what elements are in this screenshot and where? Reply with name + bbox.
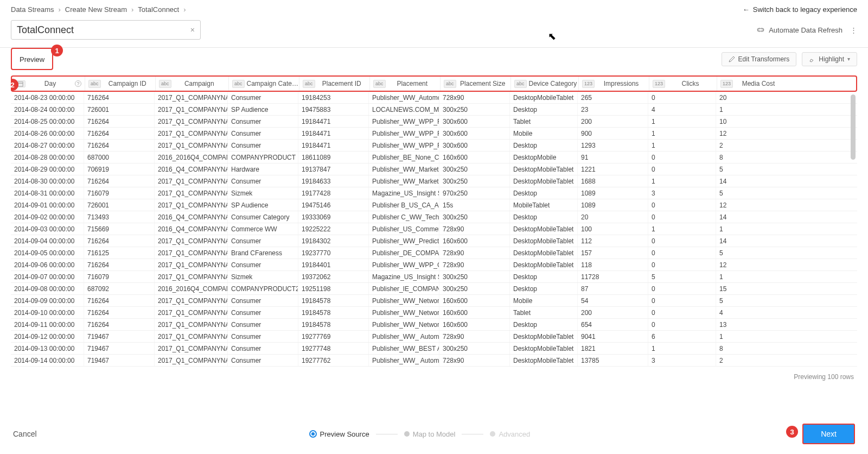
column-header[interactable]: abcCampaign Cate… [229,77,299,91]
table-cell: 2014-08-31 00:00:00 [11,187,84,199]
column-header[interactable]: Day? [12,77,85,91]
table-cell: 300x600 [439,116,510,127]
table-cell: 19277769 [298,331,369,342]
step-advanced[interactable]: Advanced [490,430,530,438]
table-row[interactable]: 2014-08-26 00:00:007162642017_Q1_COMPANY… [11,128,857,140]
table-row[interactable]: 2014-08-28 00:00:006870002016_2016Q4_COM… [11,152,857,163]
table-cell: 0 [648,295,716,306]
table-cell: Commerce WW [228,223,298,235]
automate-refresh-button[interactable]: Automate Data Refresh [756,26,843,34]
table-cell: 2014-09-03 00:00:00 [11,223,84,235]
table-row[interactable]: 2014-09-11 00:00:007162642017_Q1_COMPANY… [11,319,857,331]
column-header[interactable]: abcCampaign ID [85,77,156,91]
table-cell: 716264 [84,128,155,139]
table-row[interactable]: 2014-09-01 00:00:007260012017_Q1_COMPANY… [11,199,857,211]
table-cell: Desktop [510,187,578,199]
clear-icon[interactable]: × [190,26,195,34]
table-cell: 728x90 [439,247,510,258]
breadcrumb-item[interactable]: Create New Stream [65,5,127,14]
table-row[interactable]: 2014-08-30 00:00:007162642017_Q1_COMPANY… [11,175,857,187]
table-cell: Consumer [228,92,298,103]
table-row[interactable]: 2014-09-12 00:00:007194672017_Q1_COMPANY… [11,331,857,343]
table-cell: 157 [578,247,648,258]
table-cell: 12 [716,259,784,270]
table-row[interactable]: 2014-09-13 00:00:007194672017_Q1_COMPANY… [11,343,857,355]
table-row[interactable]: 2014-09-08 00:00:006870922016_2016Q4_COM… [11,283,857,295]
stream-name-input[interactable]: TotalConnect × [11,20,201,40]
table-cell: 1 [648,128,716,139]
table-cell: 160x600 [439,152,510,163]
switch-legacy-link[interactable]: ← Switch back to legacy experience [743,5,857,14]
column-header[interactable]: 123Clicks [649,77,717,91]
column-header[interactable]: abcPlacement Size [441,77,511,91]
table-cell: 1 [648,343,716,354]
table-cell: 300x250 [439,163,510,175]
table-cell: 1 [648,140,716,151]
next-button[interactable]: Next [802,424,855,444]
table-row[interactable]: 2014-08-29 00:00:007069192016_Q4_COMPANY… [11,163,857,175]
table-cell: 4 [648,104,716,115]
table-row[interactable]: 2014-09-09 00:00:007162642017_Q1_COMPANY… [11,295,857,307]
table-cell: 2017_Q1_COMPANYNA [155,92,228,103]
column-header[interactable]: 123Media Cost [717,77,785,91]
table-row[interactable]: 2014-09-14 00:00:007194672017_Q1_COMPANY… [11,355,857,367]
cancel-button[interactable]: Cancel [13,430,37,438]
edit-transformers-button[interactable]: Edit Transformers [722,52,797,66]
table-row[interactable]: 2014-09-10 00:00:007162642017_Q1_COMPANY… [11,307,857,319]
table-row[interactable]: 2014-09-04 00:00:007162642017_Q1_COMPANY… [11,235,857,247]
table-cell: 8 [716,152,784,163]
column-header[interactable]: abcPlacement ID [299,77,370,91]
column-header[interactable]: 123Impressions [579,77,649,91]
table-cell: 2017_Q1_COMPANYNA [155,259,228,270]
table-cell: 5 [648,271,716,282]
table-cell: 2014-09-01 00:00:00 [11,199,84,211]
table-row[interactable]: 2014-08-31 00:00:007160792017_Q1_COMPANY… [11,187,857,199]
scrollbar-thumb[interactable] [851,94,856,160]
breadcrumb-item[interactable]: TotalConnect [138,5,179,14]
step-preview-source[interactable]: Preview Source [309,430,369,438]
number-type-icon: 123 [582,80,595,88]
table-cell: 10 [716,116,784,127]
highlight-button[interactable]: Highlight ▾ [802,52,857,66]
table-cell: 1688 [578,175,648,187]
table-cell: 0 [648,319,716,330]
annotation-3: 3 [786,426,798,438]
table-row[interactable]: 2014-09-06 00:00:007162642017_Q1_COMPANY… [11,259,857,271]
table-row[interactable]: 2014-08-24 00:00:007260012017_Q1_COMPANY… [11,104,857,116]
breadcrumb-item[interactable]: Data Streams [11,5,54,14]
table-row[interactable]: 2014-09-02 00:00:007134932016_Q4_COMPANY… [11,211,857,223]
table-row[interactable]: 2014-09-07 00:00:007160792017_Q1_COMPANY… [11,271,857,283]
help-icon[interactable]: ? [75,80,81,87]
column-header[interactable]: abcCampaign [156,77,229,91]
table-cell: 19475146 [298,199,369,211]
table-row[interactable]: 2014-08-27 00:00:007162642017_Q1_COMPANY… [11,140,857,152]
table-cell: 2014-09-06 00:00:00 [11,259,84,270]
column-header[interactable]: abcDevice Category [511,77,579,91]
table-cell: 2017_Q1_COMPANYNA [155,295,228,306]
table-row[interactable]: 2014-08-25 00:00:007162642017_Q1_COMPANY… [11,116,857,128]
table-cell: 1 [716,271,784,282]
table-cell: 0 [648,152,716,163]
table-cell: Hardware [228,163,298,175]
step-label: Advanced [499,430,530,438]
table-cell: 2014-08-23 00:00:00 [11,92,84,103]
table-cell: 5 [716,295,784,306]
table-cell: 2 [716,140,784,151]
table-cell: 3 [648,355,716,366]
table-row[interactable]: 2014-09-03 00:00:007156692016_Q4_COMPANY… [11,223,857,235]
table-cell: 728x90 [439,331,510,342]
table-row[interactable]: 2014-09-05 00:00:007161252017_Q1_COMPANY… [11,247,857,259]
table-cell: 716079 [84,271,155,282]
step-map-to-model[interactable]: Map to Model [404,430,456,438]
table-cell: 1 [648,223,716,235]
table-cell: 1 [716,331,784,342]
column-label: Placement Size [458,80,507,87]
table-cell: 719467 [84,343,155,354]
column-header[interactable]: abcPlacement [370,77,441,91]
tab-preview[interactable]: Preview [11,48,53,70]
table-cell: 0 [648,307,716,318]
table-cell: 713493 [84,211,155,223]
table-row[interactable]: 2014-08-23 00:00:007162642017_Q1_COMPANY… [11,92,857,104]
table-cell: Consumer [228,319,298,330]
kebab-menu-icon[interactable]: ⋮ [850,26,857,34]
